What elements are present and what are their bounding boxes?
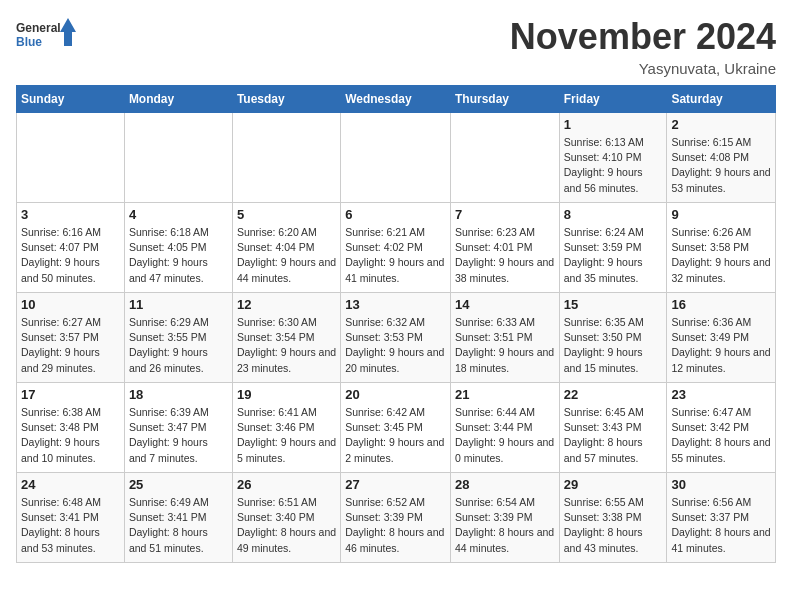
- day-number: 24: [21, 477, 120, 492]
- calendar-cell: 19Sunrise: 6:41 AM Sunset: 3:46 PM Dayli…: [232, 383, 340, 473]
- day-number: 5: [237, 207, 336, 222]
- calendar-cell: [232, 113, 340, 203]
- day-info: Sunrise: 6:51 AM Sunset: 3:40 PM Dayligh…: [237, 495, 336, 556]
- day-number: 2: [671, 117, 771, 132]
- weekday-header-thursday: Thursday: [450, 86, 559, 113]
- day-info: Sunrise: 6:52 AM Sunset: 3:39 PM Dayligh…: [345, 495, 446, 556]
- weekday-header-monday: Monday: [124, 86, 232, 113]
- calendar-cell: 6Sunrise: 6:21 AM Sunset: 4:02 PM Daylig…: [341, 203, 451, 293]
- day-number: 11: [129, 297, 228, 312]
- svg-text:Blue: Blue: [16, 35, 42, 49]
- day-info: Sunrise: 6:38 AM Sunset: 3:48 PM Dayligh…: [21, 405, 120, 466]
- day-info: Sunrise: 6:24 AM Sunset: 3:59 PM Dayligh…: [564, 225, 663, 286]
- calendar-cell: 25Sunrise: 6:49 AM Sunset: 3:41 PM Dayli…: [124, 473, 232, 563]
- calendar-cell: 23Sunrise: 6:47 AM Sunset: 3:42 PM Dayli…: [667, 383, 776, 473]
- calendar-cell: 1Sunrise: 6:13 AM Sunset: 4:10 PM Daylig…: [559, 113, 667, 203]
- calendar-cell: 10Sunrise: 6:27 AM Sunset: 3:57 PM Dayli…: [17, 293, 125, 383]
- weekday-header-tuesday: Tuesday: [232, 86, 340, 113]
- calendar-cell: 8Sunrise: 6:24 AM Sunset: 3:59 PM Daylig…: [559, 203, 667, 293]
- month-title: November 2024: [510, 16, 776, 58]
- day-number: 26: [237, 477, 336, 492]
- day-info: Sunrise: 6:55 AM Sunset: 3:38 PM Dayligh…: [564, 495, 663, 556]
- weekday-header-friday: Friday: [559, 86, 667, 113]
- day-info: Sunrise: 6:45 AM Sunset: 3:43 PM Dayligh…: [564, 405, 663, 466]
- calendar-cell: 9Sunrise: 6:26 AM Sunset: 3:58 PM Daylig…: [667, 203, 776, 293]
- calendar-cell: 20Sunrise: 6:42 AM Sunset: 3:45 PM Dayli…: [341, 383, 451, 473]
- day-info: Sunrise: 6:41 AM Sunset: 3:46 PM Dayligh…: [237, 405, 336, 466]
- day-info: Sunrise: 6:27 AM Sunset: 3:57 PM Dayligh…: [21, 315, 120, 376]
- svg-text:General: General: [16, 21, 61, 35]
- day-number: 6: [345, 207, 446, 222]
- calendar-week-0: 1Sunrise: 6:13 AM Sunset: 4:10 PM Daylig…: [17, 113, 776, 203]
- day-info: Sunrise: 6:56 AM Sunset: 3:37 PM Dayligh…: [671, 495, 771, 556]
- day-number: 10: [21, 297, 120, 312]
- weekday-header-wednesday: Wednesday: [341, 86, 451, 113]
- calendar-cell: 30Sunrise: 6:56 AM Sunset: 3:37 PM Dayli…: [667, 473, 776, 563]
- day-info: Sunrise: 6:39 AM Sunset: 3:47 PM Dayligh…: [129, 405, 228, 466]
- calendar-cell: 15Sunrise: 6:35 AM Sunset: 3:50 PM Dayli…: [559, 293, 667, 383]
- day-number: 13: [345, 297, 446, 312]
- calendar-cell: [341, 113, 451, 203]
- day-info: Sunrise: 6:13 AM Sunset: 4:10 PM Dayligh…: [564, 135, 663, 196]
- logo: General Blue: [16, 16, 76, 60]
- day-info: Sunrise: 6:48 AM Sunset: 3:41 PM Dayligh…: [21, 495, 120, 556]
- day-number: 9: [671, 207, 771, 222]
- calendar-cell: 5Sunrise: 6:20 AM Sunset: 4:04 PM Daylig…: [232, 203, 340, 293]
- calendar-cell: [17, 113, 125, 203]
- day-number: 27: [345, 477, 446, 492]
- calendar-cell: 2Sunrise: 6:15 AM Sunset: 4:08 PM Daylig…: [667, 113, 776, 203]
- calendar-cell: 21Sunrise: 6:44 AM Sunset: 3:44 PM Dayli…: [450, 383, 559, 473]
- day-number: 16: [671, 297, 771, 312]
- day-number: 15: [564, 297, 663, 312]
- day-info: Sunrise: 6:26 AM Sunset: 3:58 PM Dayligh…: [671, 225, 771, 286]
- day-number: 28: [455, 477, 555, 492]
- day-number: 19: [237, 387, 336, 402]
- day-info: Sunrise: 6:42 AM Sunset: 3:45 PM Dayligh…: [345, 405, 446, 466]
- day-number: 4: [129, 207, 228, 222]
- day-number: 8: [564, 207, 663, 222]
- calendar-cell: 18Sunrise: 6:39 AM Sunset: 3:47 PM Dayli…: [124, 383, 232, 473]
- day-number: 25: [129, 477, 228, 492]
- calendar-cell: 3Sunrise: 6:16 AM Sunset: 4:07 PM Daylig…: [17, 203, 125, 293]
- day-number: 17: [21, 387, 120, 402]
- weekday-header-saturday: Saturday: [667, 86, 776, 113]
- calendar-cell: 29Sunrise: 6:55 AM Sunset: 3:38 PM Dayli…: [559, 473, 667, 563]
- day-info: Sunrise: 6:33 AM Sunset: 3:51 PM Dayligh…: [455, 315, 555, 376]
- calendar-cell: 13Sunrise: 6:32 AM Sunset: 3:53 PM Dayli…: [341, 293, 451, 383]
- calendar-cell: 14Sunrise: 6:33 AM Sunset: 3:51 PM Dayli…: [450, 293, 559, 383]
- day-info: Sunrise: 6:36 AM Sunset: 3:49 PM Dayligh…: [671, 315, 771, 376]
- day-info: Sunrise: 6:20 AM Sunset: 4:04 PM Dayligh…: [237, 225, 336, 286]
- day-info: Sunrise: 6:54 AM Sunset: 3:39 PM Dayligh…: [455, 495, 555, 556]
- calendar-cell: 17Sunrise: 6:38 AM Sunset: 3:48 PM Dayli…: [17, 383, 125, 473]
- calendar-cell: 27Sunrise: 6:52 AM Sunset: 3:39 PM Dayli…: [341, 473, 451, 563]
- title-area: November 2024 Yasynuvata, Ukraine: [510, 16, 776, 77]
- day-number: 21: [455, 387, 555, 402]
- svg-marker-2: [60, 18, 76, 46]
- day-info: Sunrise: 6:16 AM Sunset: 4:07 PM Dayligh…: [21, 225, 120, 286]
- calendar-week-1: 3Sunrise: 6:16 AM Sunset: 4:07 PM Daylig…: [17, 203, 776, 293]
- day-info: Sunrise: 6:44 AM Sunset: 3:44 PM Dayligh…: [455, 405, 555, 466]
- calendar-cell: 26Sunrise: 6:51 AM Sunset: 3:40 PM Dayli…: [232, 473, 340, 563]
- calendar-week-3: 17Sunrise: 6:38 AM Sunset: 3:48 PM Dayli…: [17, 383, 776, 473]
- location: Yasynuvata, Ukraine: [510, 60, 776, 77]
- day-number: 14: [455, 297, 555, 312]
- day-info: Sunrise: 6:35 AM Sunset: 3:50 PM Dayligh…: [564, 315, 663, 376]
- calendar-cell: 4Sunrise: 6:18 AM Sunset: 4:05 PM Daylig…: [124, 203, 232, 293]
- calendar-cell: 24Sunrise: 6:48 AM Sunset: 3:41 PM Dayli…: [17, 473, 125, 563]
- day-info: Sunrise: 6:32 AM Sunset: 3:53 PM Dayligh…: [345, 315, 446, 376]
- calendar-cell: [124, 113, 232, 203]
- day-number: 22: [564, 387, 663, 402]
- calendar-week-4: 24Sunrise: 6:48 AM Sunset: 3:41 PM Dayli…: [17, 473, 776, 563]
- logo-svg: General Blue: [16, 16, 76, 60]
- day-number: 18: [129, 387, 228, 402]
- weekday-header-row: SundayMondayTuesdayWednesdayThursdayFrid…: [17, 86, 776, 113]
- calendar-cell: 11Sunrise: 6:29 AM Sunset: 3:55 PM Dayli…: [124, 293, 232, 383]
- day-info: Sunrise: 6:23 AM Sunset: 4:01 PM Dayligh…: [455, 225, 555, 286]
- calendar-cell: 28Sunrise: 6:54 AM Sunset: 3:39 PM Dayli…: [450, 473, 559, 563]
- day-number: 3: [21, 207, 120, 222]
- calendar-cell: [450, 113, 559, 203]
- day-info: Sunrise: 6:49 AM Sunset: 3:41 PM Dayligh…: [129, 495, 228, 556]
- day-info: Sunrise: 6:29 AM Sunset: 3:55 PM Dayligh…: [129, 315, 228, 376]
- day-number: 29: [564, 477, 663, 492]
- day-info: Sunrise: 6:47 AM Sunset: 3:42 PM Dayligh…: [671, 405, 771, 466]
